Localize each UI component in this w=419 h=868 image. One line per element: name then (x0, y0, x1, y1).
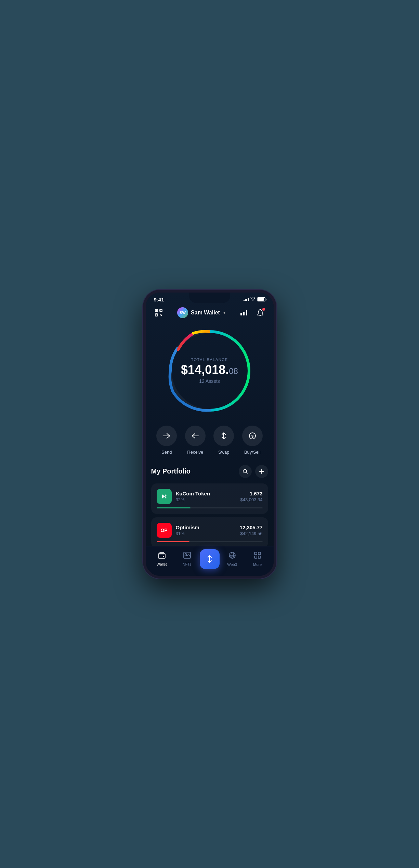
send-action[interactable]: Send (156, 426, 177, 455)
kucoin-info: KuCoin Token 32% (176, 491, 236, 502)
signal-bar-2 (245, 299, 246, 301)
optimism-info: Optimism 31% (176, 524, 236, 536)
notch (189, 293, 230, 303)
svg-rect-5 (156, 314, 157, 315)
wifi-icon (250, 297, 256, 302)
avatar: SW (177, 307, 188, 318)
phone-screen: 9:41 (146, 293, 274, 576)
notification-badge (262, 308, 265, 311)
op-logo-text: OP (160, 528, 167, 533)
nav-web3[interactable]: Web3 (220, 552, 245, 567)
assets-label: 12 Assets (165, 378, 254, 384)
wallet-name: Sam Wallet (191, 310, 220, 316)
chart-icon (240, 310, 248, 316)
search-icon (243, 469, 248, 474)
kucoin-quantity: 1.673 (240, 491, 262, 496)
asset-card-inner: KuCoin Token 32% 1.673 $43,003.34 (157, 489, 263, 504)
balance-section: TOTAL BALANCE $14,018.08 12 Assets (146, 323, 274, 422)
balance-cents: 08 (229, 366, 238, 376)
content-scroll: My Portfolio (146, 465, 274, 555)
receive-label: Receive (187, 450, 203, 455)
svg-rect-20 (258, 552, 261, 555)
optimism-progress-fill (157, 541, 189, 542)
nav-more[interactable]: More (245, 552, 270, 567)
svg-rect-14 (163, 556, 164, 557)
phone-frame: 9:41 (143, 290, 276, 579)
actions-row: Send Receive Swap $ Buy/Sell (146, 422, 274, 465)
svg-rect-6 (240, 313, 242, 315)
send-label: Send (161, 450, 172, 455)
portfolio-actions (239, 465, 268, 478)
wallet-nav-icon (158, 552, 166, 561)
total-balance-label: TOTAL BALANCE (165, 358, 254, 362)
kucoin-name: KuCoin Token (176, 491, 236, 496)
svg-text:$: $ (251, 434, 253, 438)
add-icon (259, 469, 264, 474)
buysell-icon: $ (242, 426, 263, 446)
swap-label: Swap (218, 450, 230, 455)
signal-bars-icon (244, 298, 249, 301)
nav-nfts[interactable]: NFTs (174, 552, 200, 566)
receive-action[interactable]: Receive (185, 426, 206, 455)
battery-fill (258, 298, 264, 301)
asset-card-inner-op: OP Optimism 31% 12,305.77 $42,149.56 (157, 523, 263, 538)
kucoin-logo (157, 489, 172, 504)
svg-rect-22 (258, 556, 261, 558)
asset-card-optimism[interactable]: OP Optimism 31% 12,305.77 $42,149.56 (151, 517, 268, 548)
nfts-nav-label: NFTs (183, 562, 192, 566)
bottom-nav: Wallet NFTs Web3 (146, 546, 274, 576)
balance-amount: $14,018.08 (165, 363, 254, 377)
status-time: 9:41 (154, 297, 164, 302)
balance-text: TOTAL BALANCE $14,018.08 12 Assets (165, 358, 254, 384)
kucoin-progress-bar (157, 507, 263, 508)
nfts-nav-icon (183, 552, 191, 561)
optimism-progress-bar (157, 541, 263, 542)
svg-rect-15 (184, 552, 191, 558)
optimism-percentage: 31% (176, 531, 236, 536)
swap-action[interactable]: Swap (213, 426, 234, 455)
status-icons (244, 297, 265, 302)
svg-rect-21 (254, 556, 257, 558)
nav-wallet[interactable]: Wallet (149, 552, 174, 566)
receive-icon (185, 426, 206, 446)
wallet-nav-label: Wallet (156, 562, 167, 566)
kucoin-icon (159, 492, 169, 501)
optimism-amounts: 12,305.77 $42,149.56 (240, 524, 263, 536)
chevron-down-icon: ▾ (223, 310, 225, 315)
swap-icon (213, 426, 234, 446)
web3-nav-label: Web3 (227, 562, 237, 567)
svg-rect-13 (158, 554, 165, 558)
kucoin-percentage: 32% (176, 497, 236, 502)
header-right (238, 307, 266, 319)
header-center[interactable]: SW Sam Wallet ▾ (177, 307, 225, 318)
buysell-action[interactable]: $ Buy/Sell (242, 426, 263, 455)
optimism-logo: OP (157, 523, 172, 538)
signal-bar-3 (246, 299, 247, 301)
more-nav-label: More (253, 562, 262, 567)
portfolio-section: My Portfolio (146, 465, 274, 548)
nav-center-button[interactable] (200, 549, 220, 569)
center-swap-icon (205, 555, 214, 563)
kucoin-amounts: 1.673 $43,003.34 (240, 491, 262, 502)
portfolio-header: My Portfolio (151, 465, 268, 478)
signal-bar-1 (244, 300, 245, 301)
svg-rect-19 (254, 552, 257, 555)
portfolio-add-button[interactable] (255, 465, 268, 478)
web3-nav-icon (228, 552, 236, 561)
chart-button[interactable] (238, 307, 250, 319)
portfolio-title: My Portfolio (151, 467, 191, 475)
send-icon (156, 426, 177, 446)
optimism-quantity: 12,305.77 (240, 524, 263, 530)
more-nav-icon (254, 552, 261, 561)
scan-button[interactable] (153, 307, 165, 319)
svg-rect-4 (160, 310, 161, 311)
optimism-usd: $42,149.56 (240, 531, 263, 536)
balance-whole: $14,018. (181, 363, 229, 377)
kucoin-progress-fill (157, 507, 191, 508)
svg-rect-7 (243, 312, 245, 315)
notification-button[interactable] (254, 307, 266, 319)
balance-ring-container: TOTAL BALANCE $14,018.08 12 Assets (165, 326, 254, 415)
portfolio-search-button[interactable] (239, 465, 252, 478)
scan-icon (155, 309, 163, 317)
asset-card-kucoin[interactable]: KuCoin Token 32% 1.673 $43,003.34 (151, 483, 268, 514)
